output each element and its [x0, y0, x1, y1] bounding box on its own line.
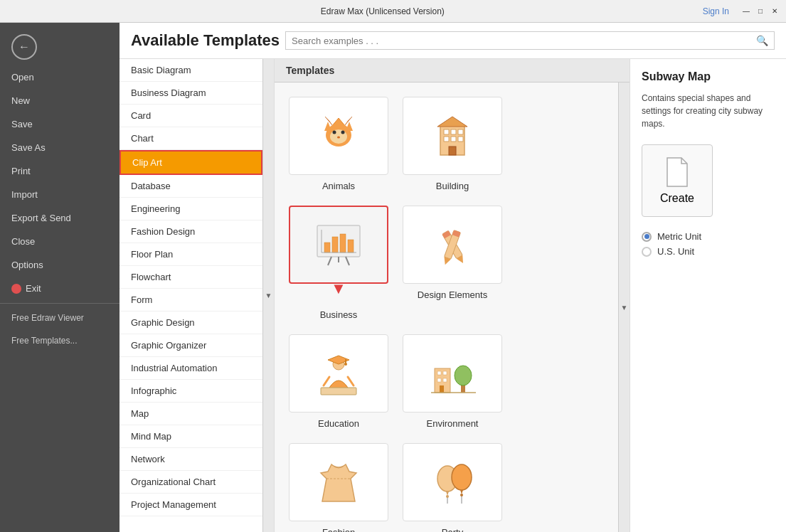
sidebar-item-free-viewer[interactable]: Free Edraw Viewer: [0, 307, 120, 329]
sidebar-item-save[interactable]: Save: [0, 112, 120, 136]
building-icon: [427, 111, 477, 161]
svg-rect-43: [437, 371, 441, 375]
content-area: Available Templates 🔍 Basic Diagram Busi…: [120, 23, 786, 532]
svg-rect-23: [348, 240, 354, 252]
svg-point-49: [455, 366, 472, 385]
category-item-organizational-chart[interactable]: Organizational Chart: [120, 471, 262, 494]
minimize-button[interactable]: —: [740, 6, 752, 17]
template-label-business: Business: [320, 309, 358, 320]
app-title: Edraw Max (Unlicensed Version): [63, 6, 703, 16]
category-item-graphic-design[interactable]: Graphic Design: [120, 312, 262, 334]
maximize-button[interactable]: □: [755, 6, 766, 17]
search-input[interactable]: [292, 36, 753, 46]
category-panel: Basic Diagram Business Diagram Card Char…: [120, 59, 275, 532]
category-list: Basic Diagram Business Diagram Card Char…: [120, 59, 262, 532]
template-item-building[interactable]: Building: [403, 97, 502, 191]
svg-rect-18: [449, 147, 456, 155]
svg-rect-44: [443, 371, 447, 375]
sign-in-link[interactable]: Sign In: [703, 6, 729, 16]
sidebar-item-export-send[interactable]: Export & Send: [0, 206, 120, 230]
svg-rect-13: [451, 129, 456, 134]
save-label: Save: [11, 119, 33, 129]
templates-title: Templates: [286, 65, 334, 76]
template-thumb-party[interactable]: [403, 443, 502, 521]
svg-rect-17: [458, 137, 463, 142]
category-item-project-management[interactable]: Project Management: [120, 494, 262, 516]
template-item-design-elements[interactable]: Design Elements: [403, 206, 502, 320]
sidebar-item-exit[interactable]: Exit: [0, 277, 120, 300]
category-item-floor-plan[interactable]: Floor Plan: [120, 243, 262, 266]
svg-rect-16: [451, 137, 456, 142]
sidebar: ← Open New Save Save As Print Import Exp…: [0, 23, 120, 532]
business-icon: [310, 220, 367, 270]
svg-line-27: [346, 257, 349, 265]
category-item-engineering[interactable]: Engineering: [120, 198, 262, 220]
import-label: Import: [11, 189, 38, 200]
exit-label: Exit: [26, 283, 41, 294]
templates-scroll-button[interactable]: ▼: [618, 83, 630, 532]
free-templates-label: Free Templates...: [11, 336, 77, 346]
window-controls[interactable]: — □ ✕: [740, 6, 780, 17]
templates-header: Templates: [275, 59, 630, 83]
category-item-card[interactable]: Card: [120, 105, 262, 127]
category-item-network[interactable]: Network: [120, 448, 262, 471]
svg-point-59: [460, 494, 463, 496]
category-scroll-button[interactable]: ▼: [262, 59, 274, 532]
free-viewer-label: Free Edraw Viewer: [11, 313, 84, 323]
open-label: Open: [11, 72, 34, 83]
category-item-graphic-organizer[interactable]: Graphic Organizer: [120, 334, 262, 357]
template-item-fashion[interactable]: Fashion: [289, 443, 388, 532]
education-icon: [314, 349, 363, 398]
sidebar-item-print[interactable]: Print: [0, 159, 120, 183]
metric-radio-selected: [644, 234, 649, 239]
sidebar-item-close[interactable]: Close: [0, 230, 120, 253]
svg-rect-20: [324, 243, 330, 252]
template-item-environment[interactable]: Environment: [403, 334, 502, 429]
svg-marker-11: [437, 117, 467, 127]
close-button[interactable]: ✕: [769, 6, 780, 17]
category-item-mind-map[interactable]: Mind Map: [120, 425, 262, 448]
svg-rect-22: [340, 234, 346, 252]
category-item-flowchart[interactable]: Flowchart: [120, 266, 262, 289]
category-item-chart[interactable]: Chart: [120, 127, 262, 150]
template-thumb-environment[interactable]: [403, 334, 502, 413]
category-item-form[interactable]: Form: [120, 289, 262, 312]
template-thumb-building[interactable]: [403, 97, 502, 175]
template-thumb-animals[interactable]: [289, 97, 388, 175]
template-item-education[interactable]: Education: [289, 334, 388, 429]
sidebar-item-import[interactable]: Import: [0, 183, 120, 206]
sidebar-item-new[interactable]: New: [0, 89, 120, 112]
metric-radio[interactable]: [642, 232, 652, 242]
template-thumb-design-elements[interactable]: [403, 206, 502, 284]
category-item-basic-diagram[interactable]: Basic Diagram: [120, 59, 262, 82]
category-item-map[interactable]: Map: [120, 403, 262, 425]
template-item-animals[interactable]: Animals: [289, 97, 388, 191]
category-item-database[interactable]: Database: [120, 175, 262, 198]
template-thumb-education[interactable]: [289, 334, 388, 413]
us-unit-option[interactable]: U.S. Unit: [642, 246, 775, 257]
category-item-business-diagram[interactable]: Business Diagram: [120, 82, 262, 105]
sidebar-item-open[interactable]: Open: [0, 65, 120, 89]
svg-point-41: [344, 363, 347, 366]
template-item-business[interactable]: ▼ Business: [289, 206, 388, 320]
svg-rect-46: [443, 378, 447, 382]
search-container[interactable]: 🔍: [285, 31, 775, 50]
create-button[interactable]: Create: [642, 144, 713, 217]
create-file-icon: [664, 156, 690, 188]
category-item-industrial-automation[interactable]: Industrial Automation: [120, 357, 262, 380]
sidebar-item-free-templates[interactable]: Free Templates...: [0, 329, 120, 352]
back-button[interactable]: ←: [11, 34, 37, 60]
template-thumb-fashion[interactable]: [289, 443, 388, 521]
template-item-party[interactable]: Party: [403, 443, 502, 532]
us-radio[interactable]: [642, 247, 652, 257]
available-templates-title: Available Templates: [131, 31, 280, 50]
template-thumb-business[interactable]: ▼: [289, 206, 388, 284]
svg-point-5: [333, 131, 336, 134]
sidebar-item-save-as[interactable]: Save As: [0, 136, 120, 159]
sidebar-item-options[interactable]: Options: [0, 253, 120, 277]
svg-rect-45: [437, 378, 441, 382]
category-item-clip-art[interactable]: Clip Art: [120, 150, 262, 175]
metric-unit-option[interactable]: Metric Unit: [642, 231, 775, 242]
category-item-fashion-design[interactable]: Fashion Design: [120, 220, 262, 243]
category-item-infographic[interactable]: Infographic: [120, 380, 262, 403]
